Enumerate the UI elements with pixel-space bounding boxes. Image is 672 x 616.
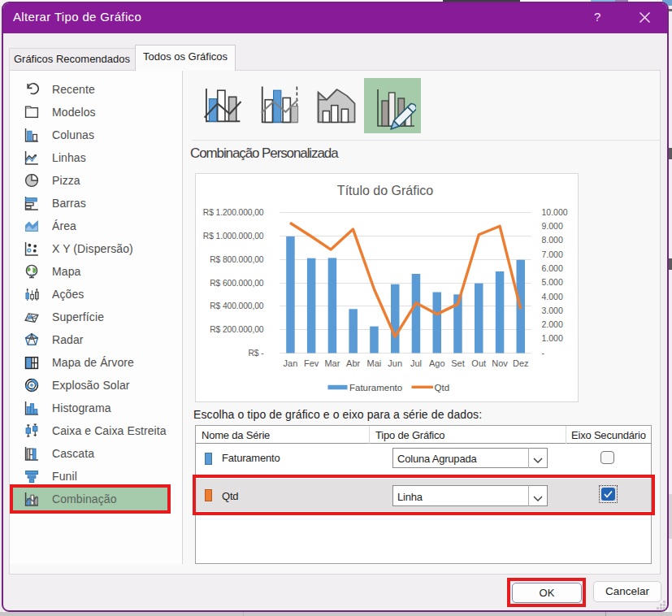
svg-text:R$ 1.000.000,00: R$ 1.000.000,00 [203,232,264,241]
svg-text:Ago: Ago [429,358,445,368]
svg-text:Jul: Jul [410,358,422,368]
svg-text:Dez: Dez [513,358,529,368]
svg-text:4.000: 4.000 [542,292,563,301]
svg-text:Fev: Fev [304,358,319,368]
svg-text:Out: Out [471,358,486,368]
svg-text:R$ 400.000,00: R$ 400.000,00 [210,301,264,310]
svg-text:5.000: 5.000 [542,277,563,287]
svg-text:Faturamento: Faturamento [349,383,402,393]
svg-text:8.000: 8.000 [542,235,563,245]
svg-text:7.000: 7.000 [542,249,563,259]
svg-text:R$ 800.000,00: R$ 800.000,00 [210,255,264,264]
svg-text:Jun: Jun [388,358,402,368]
svg-text:Nov: Nov [492,358,508,368]
svg-text:3.000: 3.000 [542,306,563,315]
svg-text:Título do Gráfico: Título do Gráfico [337,184,433,197]
svg-text:Set: Set [451,358,465,368]
svg-text:Qtd: Qtd [435,383,450,393]
svg-text:Mar: Mar [324,358,340,368]
svg-text:Mai: Mai [367,358,382,368]
svg-text:R$ -: R$ - [248,349,263,358]
svg-text:6.000: 6.000 [542,263,563,273]
svg-text:2.000: 2.000 [542,319,563,329]
svg-text:1.000: 1.000 [542,333,563,343]
svg-text:9.000: 9.000 [542,221,563,231]
svg-text:10.000: 10.000 [542,207,568,217]
svg-text:Abr: Abr [346,358,360,368]
svg-text:-: - [542,348,545,358]
svg-text:R$ 200.000,00: R$ 200.000,00 [210,325,264,334]
svg-text:Jan: Jan [284,358,298,368]
svg-text:R$ 600.000,00: R$ 600.000,00 [210,279,264,288]
svg-text:R$ 1.200.000,00: R$ 1.200.000,00 [203,208,264,217]
